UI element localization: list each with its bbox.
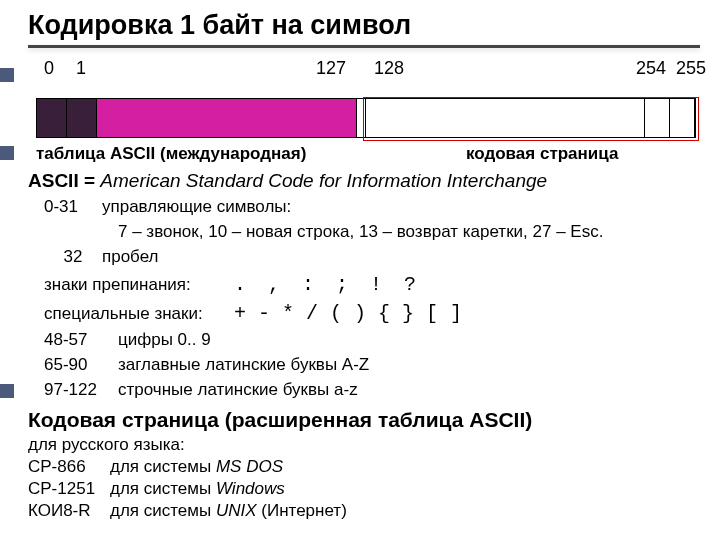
byte-caption: таблица ASCII (международная) кодовая ст…	[36, 144, 700, 164]
ascii-prefix: ASCII =	[28, 170, 100, 191]
codepage-list: CP-866 для системы MS DOS CP-1251 для си…	[28, 456, 700, 522]
byte-label-254: 254	[636, 58, 666, 79]
byte-label-0: 0	[44, 58, 54, 79]
special-chars: + - * / ( ) { } [ ]	[234, 300, 462, 327]
accent-bar	[0, 68, 14, 82]
codepage-name: CP-1251	[28, 478, 110, 500]
punctuation-chars: . , : ; ! ?	[234, 271, 416, 298]
byte-cell	[37, 99, 67, 137]
codepage-section: для русского языка: CP-866 для системы M…	[28, 434, 700, 522]
byte-labels: 0 1 127 128 254 255	[36, 58, 696, 78]
accent-bar	[0, 146, 14, 160]
byte-bar	[36, 98, 696, 138]
codepage-heading: Кодовая страница (расширенная таблица AS…	[28, 408, 700, 432]
list-item: CP-1251 для системы Windows	[28, 478, 700, 500]
byte-cell	[67, 99, 97, 137]
ascii-expansion: American Standard Code for Information I…	[100, 170, 547, 191]
list-item: CP-866 для системы MS DOS	[28, 456, 700, 478]
byte-label-127: 127	[316, 58, 346, 79]
label-upper: заглавные латинские буквы A-Z	[118, 354, 369, 377]
range-digits: 48-57	[44, 329, 118, 352]
list-item: КОИ8-R для системы UNIX (Интернет)	[28, 500, 700, 522]
label-control: управляющие символы:	[102, 196, 291, 219]
codepage-name: КОИ8-R	[28, 500, 110, 522]
control-examples: 7 – звонок, 10 – новая строка, 13 – возв…	[118, 221, 700, 244]
codepage-intro: для русского языка:	[28, 434, 700, 456]
range-lower: 97-122	[44, 379, 118, 402]
range-upper: 65-90	[44, 354, 118, 377]
byte-label-128: 128	[374, 58, 404, 79]
caption-codepage: кодовая страница	[366, 144, 618, 164]
label-digits: цифры 0.. 9	[118, 329, 211, 352]
slide: Кодировка 1 байт на символ 0 1 127 128 2…	[0, 0, 720, 532]
accent-bar	[0, 384, 14, 398]
byte-label-255: 255	[676, 58, 706, 79]
codepage-name: CP-866	[28, 456, 110, 478]
codepage-highlight	[363, 97, 699, 141]
code-space: 32	[44, 246, 102, 269]
codepage-desc: для системы MS DOS	[110, 456, 283, 478]
ascii-details: 0-31 управляющие символы: 7 – звонок, 10…	[44, 196, 700, 402]
page-title: Кодировка 1 байт на символ	[28, 10, 700, 41]
label-special: специальные знаки:	[44, 303, 234, 326]
byte-label-1: 1	[76, 58, 86, 79]
range-control: 0-31	[44, 196, 102, 219]
ascii-definition: ASCII = American Standard Code for Infor…	[28, 170, 700, 192]
codepage-desc: для системы Windows	[110, 478, 285, 500]
label-space: пробел	[102, 246, 158, 269]
byte-cell-ascii	[97, 99, 357, 137]
label-punctuation: знаки препинания:	[44, 274, 234, 297]
label-lower: строчные латинские буквы a-z	[118, 379, 358, 402]
caption-ascii: таблица ASCII (международная)	[36, 144, 366, 164]
codepage-desc: для системы UNIX (Интернет)	[110, 500, 347, 522]
title-underline	[28, 45, 700, 48]
byte-diagram: 0 1 127 128 254 255	[36, 58, 696, 138]
